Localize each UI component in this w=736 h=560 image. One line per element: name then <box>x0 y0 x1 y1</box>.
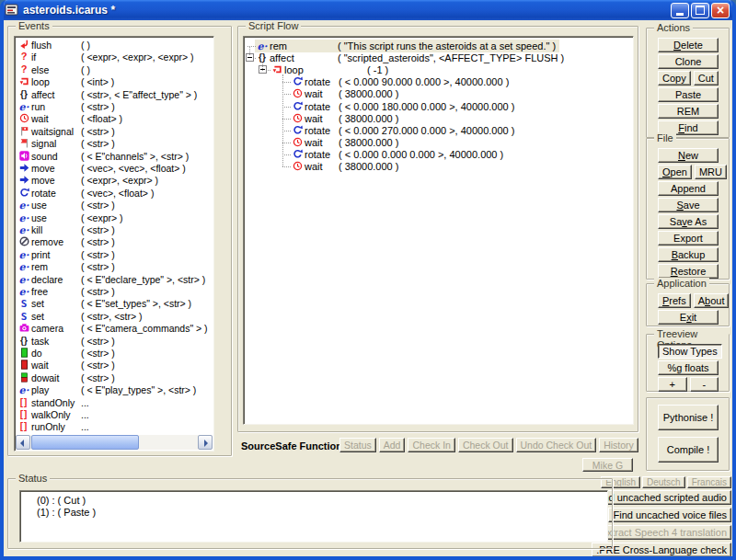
minimize-button[interactable] <box>671 3 689 18</box>
tree-node-wait[interactable]: wait( 38000.000 ) <box>244 161 633 173</box>
event-item-declare[interactable]: e·declare( < E"declare_type" >, <str> ) <box>15 274 213 286</box>
cut-button[interactable]: Cut <box>694 71 719 86</box>
export-button[interactable]: Export <box>658 231 719 246</box>
clone-button[interactable]: Clone <box>658 54 719 69</box>
event-item-move[interactable]: move( <vec>, <vec>, <float> )[]pa <box>15 163 213 175</box>
event-item-rotate[interactable]: rotate( <vec>, <float> ) <box>15 188 213 200</box>
event-name: runOnly <box>31 421 65 432</box>
event-item-sound[interactable]: sound( < E"channels" >, <str> )[]pa <box>15 151 213 163</box>
tree-node-affect[interactable]: {}affect( "scripted_asteroids", <AFFECT_… <box>244 52 633 64</box>
copy-button[interactable]: Copy <box>658 71 691 86</box>
+-button[interactable]: + <box>658 377 687 392</box>
event-item-task[interactable]: {}task( <str> ) <box>15 336 213 348</box>
event-item-use[interactable]: e·use( <expr> ) <box>15 212 213 224</box>
open-button[interactable]: Open <box>658 165 692 179</box>
event-item-run[interactable]: e·run( <str> )[]ru <box>15 101 213 113</box>
paste-button[interactable]: Paste <box>658 87 719 102</box>
tree-node-wait[interactable]: wait( 38000.000 ) <box>244 113 633 125</box>
maximize-button[interactable] <box>691 3 709 18</box>
show-types-button[interactable]: Show Types <box>658 344 722 359</box>
event-params: ( <str> ) <box>81 348 115 359</box>
event-item-wait[interactable]: wait( <str> ) <box>15 360 213 371</box>
event-name: sound <box>31 151 58 162</box>
tree-node-rotate[interactable]: rotate( < 0.000 270.000 0.000 >, 40000.0… <box>244 125 633 137</box>
event-item-if[interactable]: ?if( <expr>, <expr>, <expr> )[]w <box>15 51 213 63</box>
title-bar[interactable]: asteroids.icarus * <box>0 0 736 20</box>
events-hscrollbar[interactable] <box>16 435 213 450</box>
event-item-set[interactable]: Sset( < E"set_types" >, <str> ) <box>15 298 213 310</box>
rem-button[interactable]: REM <box>658 104 719 119</box>
delete-button[interactable]: Delete <box>658 38 719 52</box>
save-button[interactable]: Save <box>658 198 719 212</box>
event-item-play[interactable]: e·play( < E"play_types" >, <str> ) <box>15 384 213 396</box>
event-item-dowait[interactable]: dowait( <str> ) <box>15 372 213 384</box>
rotate-icon <box>292 125 303 135</box>
event-item-move[interactable]: move( <expr>, <expr> )[]de <box>15 175 213 187</box>
scroll-left-icon[interactable] <box>16 435 30 450</box>
event-name: free <box>31 286 48 297</box>
check-in-button[interactable]: Check In <box>408 438 454 452</box>
backup-button[interactable]: Backup <box>658 247 719 262</box>
event-item-loop[interactable]: loop( <int> )[]st <box>15 76 213 88</box>
loop-icon <box>18 76 29 86</box>
scrollbar-thumb[interactable] <box>31 435 139 450</box>
event-item-rem[interactable]: e·rem( <str> ) <box>15 261 213 273</box>
mru-button[interactable]: MRU <box>695 165 727 179</box>
event-item-free[interactable]: e·free( <str> ) <box>15 286 213 298</box>
event-item-else[interactable]: ?else( )[]ru <box>15 64 213 76</box>
undo-check-out-button[interactable]: Undo Check Out <box>516 438 597 452</box>
user-button[interactable]: Mike G <box>582 458 633 472</box>
event-item-standOnly[interactable]: []standOnly... <box>15 397 213 409</box>
tree-node-rotate[interactable]: rotate( < 0.000 90.000 0.000 >, 40000.00… <box>244 76 633 88</box>
francais-button[interactable]: Francais <box>687 476 731 488</box>
event-item-kill[interactable]: e·kill( <str> ) <box>15 224 213 236</box>
add-button[interactable]: Add <box>379 438 406 452</box>
event-params: ( < E"channels" >, <str> ) <box>81 151 189 162</box>
deutsch-button[interactable]: Deutsch <box>642 476 685 488</box>
%g-floats-button[interactable]: %g floats <box>658 360 719 375</box>
scroll-right-icon[interactable] <box>198 435 213 450</box>
save-as-button[interactable]: Save As <box>658 214 719 229</box>
tree-node-loop[interactable]: loop( -1 ) <box>244 64 633 76</box>
new-button[interactable]: New <box>658 148 719 163</box>
event-item-walkOnly[interactable]: []walkOnly... <box>15 409 213 421</box>
events-list[interactable]: flush( )[]st?if( <expr>, <expr>, <expr> … <box>14 36 214 451</box>
close-button[interactable] <box>711 3 730 18</box>
event-item-runOnly[interactable]: []runOnly... <box>15 421 213 433</box>
event-name: waitsignal <box>31 126 74 137</box>
about-button[interactable]: About <box>694 293 730 308</box>
status-button[interactable]: Status <box>339 438 376 452</box>
event-item-signal[interactable]: signal( <str> )[]pa <box>15 138 213 150</box>
event-item-use[interactable]: e·use( <str> ) <box>15 200 213 211</box>
find-uncached-voice-files-button[interactable]: Find uncached voice files <box>608 508 731 522</box>
event-item-print[interactable]: e·print( <str> ) <box>15 249 213 261</box>
event-item-do[interactable]: do( <str> ) <box>15 348 213 360</box>
tree-node-rem[interactable]: e·rem( "This script runs the asteroids a… <box>244 40 633 52</box>
compile-button[interactable]: Compile ! <box>658 437 719 463</box>
history-button[interactable]: History <box>599 438 638 452</box>
extract-speech-4-translation-button[interactable]: Extract Speech 4 translation <box>595 525 731 540</box>
restore-button[interactable]: Restore <box>658 264 719 279</box>
event-item-set[interactable]: Sset( <str>, <str> ) <box>15 311 213 323</box>
event-item-affect[interactable]: {}affect( <str>, < E"affect_type" > )[]w <box>15 89 213 101</box>
btn-button[interactable]: - <box>690 377 719 392</box>
tree-node-rotate[interactable]: rotate( < 0.000 0.000 0.000 >, 40000.000… <box>244 149 633 161</box>
pythonise-button[interactable]: Pythonise ! <box>658 405 719 430</box>
event-item-waitsignal[interactable]: waitsignal( <str> )[]pa <box>15 126 213 138</box>
tree-connector <box>282 131 291 131</box>
check-out-button[interactable]: Check Out <box>458 438 513 452</box>
tree-node-wait[interactable]: wait( 38000.000 ) <box>244 88 633 100</box>
prefs-button[interactable]: Prefs <box>658 293 691 308</box>
event-item-camera[interactable]: camera( < E"camera_commands" > ) <box>15 323 213 335</box>
event-item-remove[interactable]: remove( <str> ) <box>15 236 213 248</box>
rotate-icon <box>292 101 303 111</box>
event-item-flush[interactable]: flush( )[]st <box>15 40 213 51</box>
script-flow-tree[interactable]: e·rem( "This script runs the asteroids a… <box>243 36 634 425</box>
append-button[interactable]: Append <box>658 181 719 196</box>
exit-button[interactable]: Exit <box>658 310 719 325</box>
event-item-wait[interactable]: wait( <float> )[]st <box>15 113 213 125</box>
tree-node-wait[interactable]: wait( 38000.000 ) <box>244 137 633 149</box>
tree-node-name: rotate <box>305 125 330 136</box>
status-list[interactable]: (0) : ( Cut )(1) : ( Paste ) <box>19 490 608 543</box>
tree-node-rotate[interactable]: rotate( < 0.000 180.000 0.000 >, 40000.0… <box>244 101 633 113</box>
